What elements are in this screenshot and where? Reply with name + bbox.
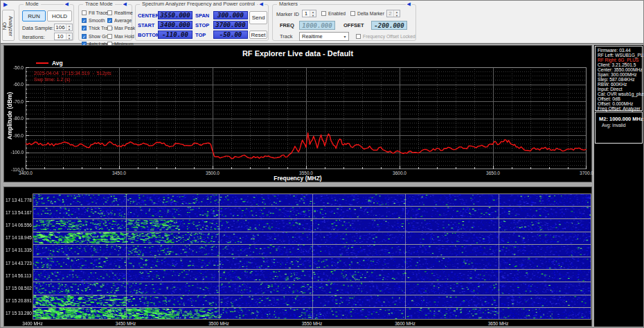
waterfall-panel: 17 13 41.77817 13 54.16717 14 06.55617 1…: [3, 187, 592, 327]
track-dropdown[interactable]: Realtime ▾: [299, 32, 349, 41]
delta-marker-checkbox-label: Delta Marker: [357, 11, 384, 16]
checkbox-label: Fill Trace: [89, 10, 108, 15]
mode-collapse-icon[interactable]: ◀: [64, 1, 70, 7]
freq-label: FREQ: [280, 22, 294, 28]
waterfall-time-label: 17 13 41.778: [6, 198, 29, 202]
marker-id-stepper[interactable]: 1 ▲▼: [302, 10, 316, 17]
frequency-control-collapse-icon[interactable]: ◀: [258, 1, 265, 7]
frequency-offset-locked-checkbox[interactable]: Frequency Offset Locked: [356, 33, 415, 40]
checkbox-box: ✓: [107, 18, 112, 23]
send-button[interactable]: Send: [249, 11, 267, 24]
delta-marker-checkbox-box: [350, 11, 355, 16]
frequency-offset-locked-box: [356, 34, 361, 39]
waterfall-time-label: 17 13 54.167: [6, 210, 29, 215]
info-line: Offset: 0.000MHz: [598, 101, 641, 106]
info-line: RBW: 600KHz: [598, 82, 641, 87]
offset-label: OFFSET: [343, 22, 364, 28]
checkbox-label: Realtime: [114, 10, 133, 15]
chart-legend: Avg: [36, 60, 63, 67]
y-tick-label: -110.0: [5, 167, 24, 172]
top-label: TOP: [195, 32, 206, 38]
sweep-annotation: 2025-04-04 17:15:34.519 - 512ptsSwp time…: [34, 71, 111, 83]
iterations-stepper[interactable]: 10 ▲▼: [54, 33, 73, 40]
data-sample-label: Data Sample:: [22, 25, 53, 31]
bottom-label: BOTTOM: [138, 32, 160, 38]
checkbox-label: Max Hold: [114, 34, 134, 39]
checkbox-box: ✓: [82, 26, 87, 31]
center-field[interactable]: 3550.000: [158, 11, 193, 19]
info-line: Cal: OVR wsub1g_plus: [598, 92, 641, 96]
waterfall-time-label: 17 14 18.945: [6, 235, 29, 240]
checkbox-box: [107, 26, 112, 31]
checkbox-box: [82, 10, 87, 15]
enabled-checkbox-box: [321, 11, 326, 16]
marker-freq-field[interactable]: 1000.000: [299, 21, 335, 30]
marker-id-down-icon[interactable]: ▼: [310, 14, 316, 17]
marker-id-value: 1: [303, 10, 310, 17]
enabled-checkbox-label: Enabled: [328, 11, 346, 16]
markers-group: Markers ◀ Marker ID 1 ▲▼ Enabled Delta M…: [272, 4, 416, 41]
device-info-panel: Firmware: 03.44RF Left: WSUB1G_PLUSRF Ri…: [594, 45, 643, 327]
y-axis-label: Amplitude (dBm): [6, 92, 13, 140]
waterfall-time-label: 17 14 31.335: [6, 248, 29, 252]
stop-field[interactable]: 3700.000: [213, 21, 248, 29]
data-sample-down-icon[interactable]: ▼: [66, 28, 72, 31]
trace-mode-right-checkboxes: Realtime✓AverageMax PeakMax HoldMinimum: [107, 10, 135, 49]
info-line: RF Left: WSUB1G_PLUS: [598, 53, 641, 58]
info-line: RF Right: 6G_PLUS: [598, 58, 641, 62]
waterfall-frequency-label: 3500 MHz: [204, 321, 234, 326]
delta-marker-checkbox[interactable]: Delta Marker: [350, 10, 384, 17]
y-tick-label: -50.0: [5, 65, 24, 70]
marker-id-label: Marker ID: [276, 11, 299, 17]
marker-info-box: M2: 1000.000 MHz Avg: invalid: [595, 112, 643, 144]
x-axis-label: Frequency (MHZ): [4, 175, 591, 182]
waterfall-time-label: 17 14 43.723: [6, 261, 29, 266]
info-line: Span: 300.000MHz: [598, 72, 641, 77]
bottom-field[interactable]: -110.00: [158, 31, 193, 39]
waterfall-frequency-label: 3450 MHz: [111, 321, 141, 326]
markers-collapse-icon[interactable]: ◀: [406, 1, 412, 7]
iterations-value: 10: [55, 33, 66, 40]
info-line: Firmware: 03.44: [598, 48, 641, 53]
data-sample-stepper[interactable]: 106 ▲▼: [54, 24, 73, 31]
delta-marker-stepper[interactable]: 2 ▲▼: [386, 10, 400, 17]
checkbox-label: Average: [114, 18, 132, 23]
data-sample-value: 106: [55, 24, 66, 31]
trace-mode-group-title: Trace Mode: [83, 1, 115, 7]
checkbox-label: Smooth: [89, 18, 105, 23]
checkbox-max-peak[interactable]: Max Peak: [107, 25, 135, 31]
delta-down-icon[interactable]: ▼: [394, 14, 400, 17]
iterations-down-icon[interactable]: ▼: [66, 37, 72, 40]
hold-button[interactable]: HOLD: [47, 10, 72, 21]
reset-button[interactable]: Reset: [249, 31, 267, 39]
marker-offset-field[interactable]: -200.000: [371, 21, 407, 30]
marker2-readout: M2: 1000.000 MHz: [599, 116, 641, 122]
mode-group-title: Mode: [24, 1, 41, 7]
track-dropdown-value: Realtime: [300, 33, 341, 40]
info-line: Step: 587.084KHz: [598, 77, 641, 82]
y-tick-label: -60.0: [5, 82, 24, 87]
analyzer-on-tab[interactable]: Analyzer ON: [2, 10, 15, 41]
track-label: Track: [280, 33, 292, 40]
mode-group: Mode ◀ RUN HOLD Data Sample: 106 ▲▼ Iter…: [19, 4, 74, 41]
start-field[interactable]: 3400.000: [158, 21, 193, 29]
run-button[interactable]: RUN: [22, 10, 46, 21]
waterfall-time-label: 17 15 33.280: [6, 311, 29, 316]
checkbox-box: ✓: [82, 34, 87, 39]
enabled-checkbox[interactable]: Enabled: [321, 10, 346, 17]
checkbox-max-hold[interactable]: Max Hold: [107, 33, 135, 40]
trace-mode-collapse-icon[interactable]: ◀: [122, 1, 128, 7]
checkbox-average[interactable]: ✓Average: [107, 17, 135, 24]
expand-panel-icon[interactable]: ▶: [3, 2, 8, 8]
frequency-offset-locked-label: Frequency Offset Locked: [363, 34, 415, 39]
spectrum-plot-canvas[interactable]: [26, 67, 587, 169]
top-field[interactable]: -50.00: [213, 31, 248, 39]
waterfall-time-label: 17 15 20.891: [6, 298, 29, 303]
span-field[interactable]: 300.000: [213, 11, 248, 19]
checkbox-realtime[interactable]: Realtime: [107, 10, 135, 16]
markers-group-title: Markers: [277, 1, 300, 7]
y-tick-label: -100.0: [5, 150, 24, 155]
trace-mode-group: Trace Mode ◀ Fill Trace✓Smooth✓Thick Tra…: [78, 4, 132, 41]
checkbox-box: [107, 10, 112, 15]
span-label: SPAN: [195, 12, 209, 19]
